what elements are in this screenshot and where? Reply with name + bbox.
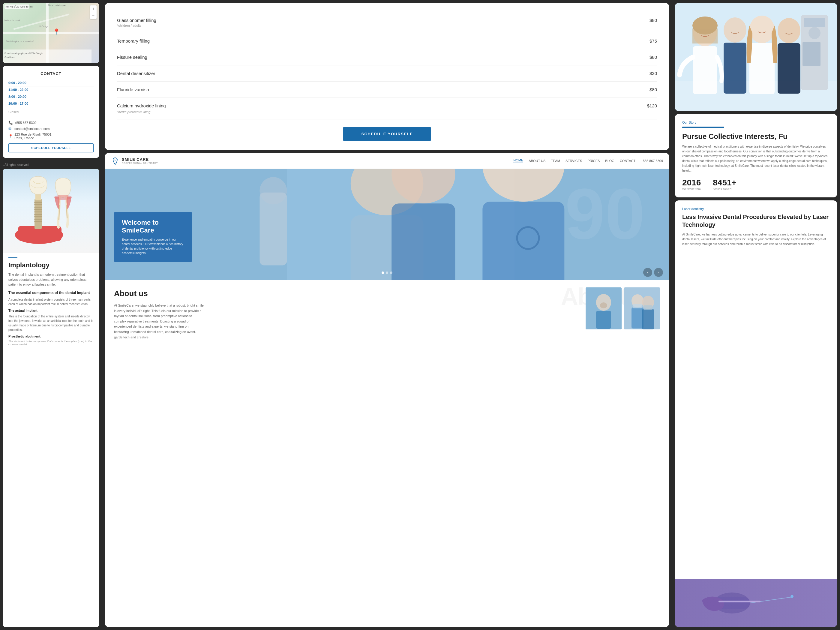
implant-body-2: This is the foundation of the entire sys…	[8, 314, 93, 332]
contact-widget: CONTACT 9:00 - 20:00 11:00 - 22:00 8:00 …	[3, 66, 99, 158]
story-text: We are a collective of medical practitio…	[682, 144, 830, 173]
stat-smiles-label: Smiles solved	[713, 188, 736, 191]
implant-title: Implantology	[8, 261, 93, 269]
laser-content: Laser dentistry Less Invasive Dental Pro…	[675, 201, 837, 579]
pricing-item-5: Calcium hydroxide lining *nerve protecti…	[117, 98, 657, 119]
hero-next-button[interactable]: ›	[654, 268, 663, 277]
nav-link-blog[interactable]: BLOG	[605, 159, 614, 163]
nav-link-team[interactable]: TEAM	[551, 159, 560, 163]
hours-time-2: 11:00 - 22:00	[8, 88, 28, 92]
nav-logo[interactable]: SMILE CARE PROFESSIONAL DENTISTRY	[111, 156, 158, 165]
pricing-price-3: $30	[649, 71, 657, 76]
svg-rect-39	[632, 308, 644, 328]
map-coordinates: 48.7N 2°20'42.9"E	[5, 5, 29, 9]
implant-image	[3, 169, 99, 253]
pricing-name-text-4: Fluoride varnish	[117, 87, 149, 92]
svg-rect-17	[34, 216, 42, 217]
contact-address: 📍 123 Rue de Rivoli, 75001 Paris, France	[8, 133, 93, 140]
svg-rect-47	[804, 18, 825, 27]
svg-rect-51	[693, 46, 717, 94]
hours-closed: Closed	[8, 109, 19, 115]
nav-link-prices[interactable]: PRICES	[587, 159, 600, 163]
implant-description: The dental implant is a modern treatment…	[8, 272, 93, 287]
svg-rect-27	[482, 202, 564, 280]
schedule-button-left[interactable]: SCHEDULE YOURSELF	[8, 144, 93, 152]
left-column: Brasserie Les Deux Palais Place Louis Le…	[0, 0, 102, 630]
pricing-item-2: Fissure sealing $80	[117, 49, 657, 65]
about-img-svg-2	[624, 287, 660, 329]
pricing-item-name-4: Fluoride varnish	[117, 87, 149, 92]
map-widget[interactable]: Brasserie Les Deux Palais Place Louis Le…	[3, 3, 99, 63]
svg-rect-13	[34, 207, 42, 208]
hero-prev-button[interactable]: ‹	[643, 268, 652, 277]
nav-bar: SMILE CARE PROFESSIONAL DENTISTRY HOME A…	[105, 153, 669, 169]
svg-text:LtzDesign: LtzDesign	[39, 25, 48, 28]
stat-year: 2016 We work from	[682, 178, 701, 191]
implant-subtitle-1: The essential components of the dental i…	[8, 291, 93, 295]
nav-links: HOME ABOUT US TEAM SERVICES PRICES BLOG …	[513, 158, 663, 163]
phone-icon: 📞	[8, 121, 13, 125]
pricing-item-name-3: Dental desensitizer	[117, 71, 155, 76]
pricing-name-text-1: Temporary filling	[117, 38, 150, 44]
svg-point-36	[600, 302, 607, 308]
pricing-list: Glassionomer filling *children / adults …	[117, 12, 657, 119]
hero-dot-1[interactable]	[382, 272, 384, 274]
pricing-item-4: Fluoride varnish $80	[117, 82, 657, 98]
hero-dot-2[interactable]	[386, 272, 388, 274]
pricing-note-5: *nerve protective lining	[117, 110, 166, 114]
hero-dot-3[interactable]	[390, 272, 392, 274]
svg-point-58	[778, 18, 801, 43]
location-icon: 📍	[8, 134, 13, 138]
svg-rect-5	[3, 49, 92, 63]
svg-text:Confort rapide de la nourritur: Confort rapide de la nourrituré	[6, 40, 34, 43]
contact-email: ✉ contact@smilecare.com	[8, 126, 93, 131]
implant-section: Implantology The dental implant is a mod…	[3, 169, 99, 627]
svg-rect-59	[778, 43, 801, 93]
nav-link-services[interactable]: SERVICES	[565, 159, 582, 163]
implant-subtitle-2: The actual implant	[8, 309, 93, 312]
map-pin: 📍	[53, 28, 60, 35]
schedule-button-center[interactable]: SCHEDULE YOURSELF	[343, 127, 431, 141]
website-preview[interactable]: SMILE CARE PROFESSIONAL DENTISTRY HOME A…	[105, 153, 669, 627]
about-section: About us About us At SmileCare, we staun…	[105, 280, 669, 346]
svg-rect-14	[34, 209, 42, 210]
nav-link-about[interactable]: ABOUT US	[529, 159, 545, 163]
nav-logo-text: SMILE CARE PROFESSIONAL DENTISTRY	[122, 157, 158, 164]
nav-link-home[interactable]: HOME	[513, 158, 523, 163]
implant-svg	[9, 175, 93, 247]
svg-rect-41	[642, 309, 654, 329]
svg-rect-16	[34, 214, 42, 215]
center-column: Glassionomer filling *children / adults …	[102, 0, 672, 630]
svg-text:Place Louis Lepine: Place Louis Lepine	[48, 4, 66, 6]
implant-content: Implantology The dental implant is a mod…	[3, 253, 99, 351]
tooth-logo-svg	[111, 156, 119, 165]
svg-point-48	[808, 27, 821, 39]
hours-row-3: 8:00 - 20:00	[8, 93, 93, 100]
pricing-item-0: Glassionomer filling *children / adults …	[117, 12, 657, 33]
pricing-price-1: $75	[649, 38, 657, 44]
hero-content-box: Welcome to SmileCare Experience and empa…	[114, 212, 192, 262]
pricing-item-name-5: Calcium hydroxide lining *nerve protecti…	[117, 103, 166, 114]
map-zoom-out[interactable]: −	[90, 12, 96, 19]
svg-rect-11	[34, 202, 42, 203]
contact-info: 📞 +555 867 5309 ✉ contact@smilecare.com …	[8, 121, 93, 140]
hours-row-1: 9:00 - 20:00	[8, 79, 93, 87]
svg-text:Conditions: Conditions	[5, 56, 15, 58]
hero-navigation: ‹ ›	[643, 268, 663, 277]
svg-rect-18	[34, 219, 42, 219]
pricing-item-3: Dental desensitizer $30	[117, 65, 657, 82]
blue-accent-line	[8, 257, 17, 258]
svg-point-56	[749, 16, 775, 43]
svg-rect-49	[802, 42, 821, 66]
nav-phone-number: +555 867 5309	[641, 159, 663, 163]
about-title: About us	[114, 289, 660, 298]
team-photo-background	[675, 3, 837, 111]
pricing-item-name-1: Temporary filling	[117, 38, 150, 44]
hero-section: 90 Welcome to SmileCare Experience and e…	[105, 169, 669, 280]
about-image-2	[624, 287, 660, 329]
hours-row-2: 11:00 - 22:00	[8, 87, 93, 93]
map-zoom-in[interactable]: +	[90, 5, 96, 12]
pricing-item-name-2: Fissure sealing	[117, 55, 147, 60]
nav-link-contact[interactable]: CONTACT	[620, 159, 635, 163]
hours-time-3: 8:00 - 20:00	[8, 95, 27, 98]
